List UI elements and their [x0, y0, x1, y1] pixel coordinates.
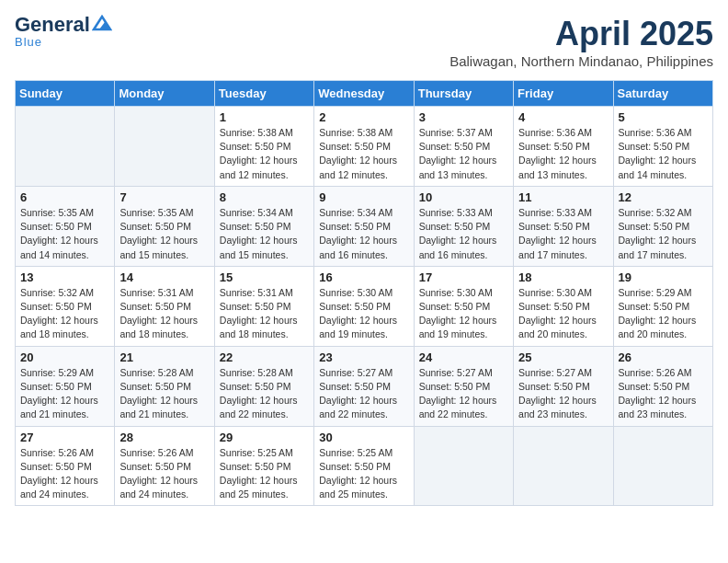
- day-info: Sunrise: 5:35 AM Sunset: 5:50 PM Dayligh…: [119, 206, 209, 262]
- calendar-cell: 8Sunrise: 5:34 AM Sunset: 5:50 PM Daylig…: [214, 186, 313, 266]
- calendar-cell: 27Sunrise: 5:26 AM Sunset: 5:50 PM Dayli…: [16, 426, 115, 506]
- calendar-cell: 10Sunrise: 5:33 AM Sunset: 5:50 PM Dayli…: [414, 186, 513, 266]
- calendar-cell: 25Sunrise: 5:27 AM Sunset: 5:50 PM Dayli…: [514, 346, 613, 426]
- calendar-cell: 9Sunrise: 5:34 AM Sunset: 5:50 PM Daylig…: [314, 186, 414, 266]
- day-info: Sunrise: 5:37 AM Sunset: 5:50 PM Dayligh…: [419, 126, 508, 182]
- calendar-cell: 4Sunrise: 5:36 AM Sunset: 5:50 PM Daylig…: [514, 107, 613, 187]
- calendar-week-row: 1Sunrise: 5:38 AM Sunset: 5:50 PM Daylig…: [16, 107, 713, 187]
- day-info: Sunrise: 5:27 AM Sunset: 5:50 PM Dayligh…: [319, 366, 408, 422]
- day-info: Sunrise: 5:25 AM Sunset: 5:50 PM Dayligh…: [220, 446, 309, 502]
- month-year-title: April 2025: [449, 15, 713, 53]
- weekday-row: SundayMondayTuesdayWednesdayThursdayFrid…: [16, 81, 713, 107]
- day-info: Sunrise: 5:31 AM Sunset: 5:50 PM Dayligh…: [220, 286, 309, 342]
- calendar-cell: [16, 107, 115, 187]
- calendar-table: SundayMondayTuesdayWednesdayThursdayFrid…: [15, 80, 713, 506]
- calendar-cell: 21Sunrise: 5:28 AM Sunset: 5:50 PM Dayli…: [115, 346, 214, 426]
- day-number: 5: [619, 110, 708, 124]
- calendar-week-row: 6Sunrise: 5:35 AM Sunset: 5:50 PM Daylig…: [16, 186, 713, 266]
- day-number: 10: [419, 190, 508, 204]
- day-number: 4: [518, 110, 608, 124]
- calendar-week-row: 27Sunrise: 5:26 AM Sunset: 5:50 PM Dayli…: [16, 426, 713, 506]
- day-number: 24: [419, 350, 508, 364]
- day-info: Sunrise: 5:28 AM Sunset: 5:50 PM Dayligh…: [119, 366, 209, 422]
- day-info: Sunrise: 5:35 AM Sunset: 5:50 PM Dayligh…: [20, 206, 109, 262]
- day-number: 19: [619, 270, 708, 284]
- title-block: April 2025 Baliwagan, Northern Mindanao,…: [449, 15, 713, 69]
- day-number: 26: [619, 350, 708, 364]
- day-info: Sunrise: 5:36 AM Sunset: 5:50 PM Dayligh…: [619, 126, 708, 182]
- page-header: General Blue April 2025 Baliwagan, North…: [15, 15, 713, 69]
- day-info: Sunrise: 5:32 AM Sunset: 5:50 PM Dayligh…: [619, 206, 708, 262]
- day-number: 16: [319, 270, 408, 284]
- calendar-cell: 30Sunrise: 5:25 AM Sunset: 5:50 PM Dayli…: [314, 426, 414, 506]
- day-number: 23: [319, 350, 408, 364]
- calendar-cell: [613, 426, 712, 506]
- calendar-cell: 2Sunrise: 5:38 AM Sunset: 5:50 PM Daylig…: [314, 107, 414, 187]
- day-info: Sunrise: 5:25 AM Sunset: 5:50 PM Dayligh…: [319, 446, 408, 502]
- day-number: 17: [419, 270, 508, 284]
- day-number: 20: [20, 350, 109, 364]
- calendar-header: SundayMondayTuesdayWednesdayThursdayFrid…: [16, 81, 713, 107]
- day-number: 27: [20, 431, 109, 444]
- day-info: Sunrise: 5:28 AM Sunset: 5:50 PM Dayligh…: [220, 366, 309, 422]
- logo: General Blue: [15, 15, 112, 49]
- calendar-week-row: 13Sunrise: 5:32 AM Sunset: 5:50 PM Dayli…: [16, 266, 713, 346]
- day-info: Sunrise: 5:26 AM Sunset: 5:50 PM Dayligh…: [119, 446, 209, 502]
- calendar-cell: 16Sunrise: 5:30 AM Sunset: 5:50 PM Dayli…: [314, 266, 414, 346]
- calendar-cell: 15Sunrise: 5:31 AM Sunset: 5:50 PM Dayli…: [214, 266, 313, 346]
- day-info: Sunrise: 5:33 AM Sunset: 5:50 PM Dayligh…: [518, 206, 608, 262]
- day-number: 15: [220, 270, 309, 284]
- calendar-cell: 13Sunrise: 5:32 AM Sunset: 5:50 PM Dayli…: [16, 266, 115, 346]
- calendar-cell: 14Sunrise: 5:31 AM Sunset: 5:50 PM Dayli…: [115, 266, 214, 346]
- calendar-cell: 12Sunrise: 5:32 AM Sunset: 5:50 PM Dayli…: [613, 186, 712, 266]
- weekday-header: Wednesday: [314, 81, 414, 107]
- day-number: 12: [619, 190, 708, 204]
- calendar-cell: 18Sunrise: 5:30 AM Sunset: 5:50 PM Dayli…: [514, 266, 613, 346]
- day-info: Sunrise: 5:26 AM Sunset: 5:50 PM Dayligh…: [20, 446, 109, 502]
- day-number: 18: [518, 270, 608, 284]
- day-info: Sunrise: 5:34 AM Sunset: 5:50 PM Dayligh…: [220, 206, 309, 262]
- day-number: 6: [20, 190, 109, 204]
- calendar-cell: 23Sunrise: 5:27 AM Sunset: 5:50 PM Dayli…: [314, 346, 414, 426]
- calendar-week-row: 20Sunrise: 5:29 AM Sunset: 5:50 PM Dayli…: [16, 346, 713, 426]
- day-number: 2: [319, 110, 408, 124]
- day-number: 21: [119, 350, 209, 364]
- calendar-cell: 5Sunrise: 5:36 AM Sunset: 5:50 PM Daylig…: [613, 107, 712, 187]
- day-info: Sunrise: 5:29 AM Sunset: 5:50 PM Dayligh…: [20, 366, 109, 422]
- weekday-header: Thursday: [414, 81, 513, 107]
- calendar-cell: 3Sunrise: 5:37 AM Sunset: 5:50 PM Daylig…: [414, 107, 513, 187]
- day-number: 25: [518, 350, 608, 364]
- day-info: Sunrise: 5:32 AM Sunset: 5:50 PM Dayligh…: [20, 286, 109, 342]
- day-number: 28: [119, 431, 209, 444]
- weekday-header: Friday: [514, 81, 613, 107]
- day-number: 7: [119, 190, 209, 204]
- day-number: 9: [319, 190, 408, 204]
- calendar-cell: 17Sunrise: 5:30 AM Sunset: 5:50 PM Dayli…: [414, 266, 513, 346]
- day-info: Sunrise: 5:27 AM Sunset: 5:50 PM Dayligh…: [518, 366, 608, 422]
- weekday-header: Tuesday: [214, 81, 313, 107]
- day-number: 13: [20, 270, 109, 284]
- calendar-cell: 20Sunrise: 5:29 AM Sunset: 5:50 PM Dayli…: [16, 346, 115, 426]
- calendar-cell: 22Sunrise: 5:28 AM Sunset: 5:50 PM Dayli…: [214, 346, 313, 426]
- day-number: 22: [220, 350, 309, 364]
- day-info: Sunrise: 5:26 AM Sunset: 5:50 PM Dayligh…: [619, 366, 708, 422]
- calendar-cell: 28Sunrise: 5:26 AM Sunset: 5:50 PM Dayli…: [115, 426, 214, 506]
- day-info: Sunrise: 5:30 AM Sunset: 5:50 PM Dayligh…: [419, 286, 508, 342]
- day-info: Sunrise: 5:30 AM Sunset: 5:50 PM Dayligh…: [319, 286, 408, 342]
- weekday-header: Sunday: [16, 81, 115, 107]
- day-info: Sunrise: 5:31 AM Sunset: 5:50 PM Dayligh…: [119, 286, 209, 342]
- calendar-cell: 6Sunrise: 5:35 AM Sunset: 5:50 PM Daylig…: [16, 186, 115, 266]
- day-info: Sunrise: 5:30 AM Sunset: 5:50 PM Dayligh…: [518, 286, 608, 342]
- calendar-cell: 7Sunrise: 5:35 AM Sunset: 5:50 PM Daylig…: [115, 186, 214, 266]
- day-number: 3: [419, 110, 508, 124]
- day-info: Sunrise: 5:34 AM Sunset: 5:50 PM Dayligh…: [319, 206, 408, 262]
- logo-blue: Blue: [15, 35, 42, 49]
- calendar-cell: [414, 426, 513, 506]
- calendar-cell: [115, 107, 214, 187]
- day-info: Sunrise: 5:36 AM Sunset: 5:50 PM Dayligh…: [518, 126, 608, 182]
- calendar-cell: 29Sunrise: 5:25 AM Sunset: 5:50 PM Dayli…: [214, 426, 313, 506]
- day-number: 14: [119, 270, 209, 284]
- day-info: Sunrise: 5:29 AM Sunset: 5:50 PM Dayligh…: [619, 286, 708, 342]
- day-number: 29: [220, 431, 309, 444]
- logo-general: General: [15, 15, 90, 35]
